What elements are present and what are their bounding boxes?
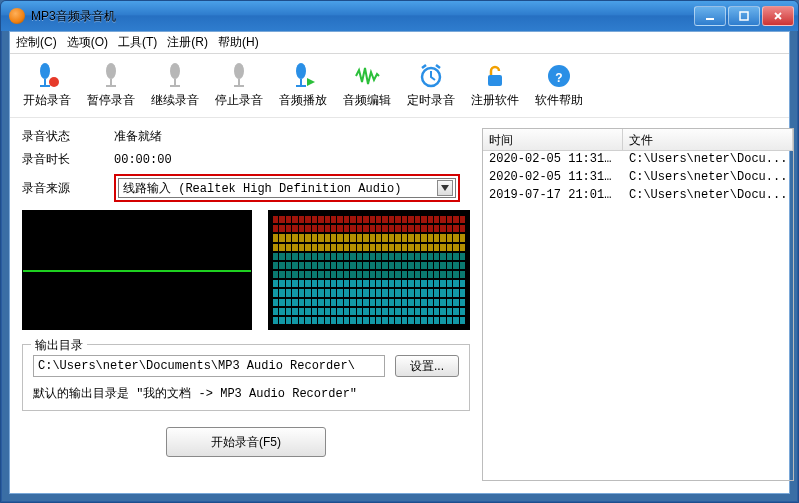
menubar: 控制(C) 选项(O) 工具(T) 注册(R) 帮助(H) [10, 32, 789, 54]
col-time-header[interactable]: 时间 [483, 129, 623, 150]
settings-button[interactable]: 设置... [395, 355, 459, 377]
mic-pause-icon [97, 62, 125, 90]
svg-point-6 [106, 63, 116, 79]
svg-point-9 [170, 63, 180, 79]
output-fieldset: 输出目录 设置... 默认的输出目录是 "我的文档 -> MP3 Audio R… [22, 344, 470, 411]
list-row[interactable]: 2020-02-05 11:31:35C:\Users\neter\Docu..… [483, 151, 793, 169]
register-software-button[interactable]: 注册软件 [464, 58, 526, 114]
list-row[interactable]: 2019-07-17 21:01:46C:\Users\neter\Docu..… [483, 187, 793, 205]
svg-point-5 [49, 77, 59, 87]
schedule-record-button[interactable]: 定时录音 [400, 58, 462, 114]
list-cell-time: 2020-02-05 11:31:35 [483, 151, 623, 169]
unlock-icon [481, 62, 509, 90]
waveform-icon [353, 62, 381, 90]
mic-play-icon [289, 62, 317, 90]
pause-record-label: 暂停录音 [87, 92, 135, 109]
svg-text:?: ? [555, 71, 562, 85]
recordings-list: 时间 文件 2020-02-05 11:31:35C:\Users\neter\… [482, 128, 794, 481]
software-help-button[interactable]: ? 软件帮助 [528, 58, 590, 114]
help-icon: ? [545, 62, 573, 90]
play-audio-button[interactable]: 音频播放 [272, 58, 334, 114]
pause-record-button[interactable]: 暂停录音 [80, 58, 142, 114]
mic-resume-icon [161, 62, 189, 90]
svg-rect-8 [106, 85, 116, 87]
duration-value: 00:00:00 [114, 153, 172, 167]
list-body: 2020-02-05 11:31:35C:\Users\neter\Docu..… [483, 151, 793, 480]
maximize-button[interactable] [728, 6, 760, 26]
mic-record-icon [33, 62, 61, 90]
svg-rect-19 [488, 75, 502, 86]
close-button[interactable] [762, 6, 794, 26]
dropdown-arrow-icon [437, 180, 453, 196]
svg-rect-11 [170, 85, 180, 87]
spectrum-display [268, 210, 470, 330]
list-cell-file: C:\Users\neter\Docu... [623, 169, 793, 187]
output-legend: 输出目录 [31, 337, 87, 354]
resume-record-label: 继续录音 [151, 92, 199, 109]
svg-rect-1 [740, 12, 748, 20]
titlebar[interactable]: MP3音频录音机 [1, 1, 798, 31]
start-record-button[interactable]: 开始录音 [16, 58, 78, 114]
source-label: 录音来源 [22, 180, 114, 197]
svg-rect-10 [174, 79, 176, 85]
waveform-display [22, 210, 252, 330]
edit-audio-label: 音频编辑 [343, 92, 391, 109]
output-hint: 默认的输出目录是 "我的文档 -> MP3 Audio Recorder" [33, 385, 459, 402]
mic-stop-icon [225, 62, 253, 90]
list-cell-time: 2019-07-17 21:01:46 [483, 187, 623, 205]
svg-rect-4 [40, 85, 50, 87]
edit-audio-button[interactable]: 音频编辑 [336, 58, 398, 114]
stop-record-button[interactable]: 停止录音 [208, 58, 270, 114]
source-highlight: 线路输入 (Realtek High Definition Audio) [114, 174, 460, 202]
client-area: 控制(C) 选项(O) 工具(T) 注册(R) 帮助(H) 开始录音 暂停录音 … [9, 31, 790, 494]
svg-point-12 [234, 63, 244, 79]
menu-options[interactable]: 选项(O) [67, 34, 108, 51]
main-start-record-button[interactable]: 开始录音(F5) [166, 427, 326, 457]
svg-rect-13 [238, 79, 240, 85]
svg-rect-3 [44, 79, 46, 85]
source-value: 线路输入 (Realtek High Definition Audio) [123, 180, 401, 197]
software-help-label: 软件帮助 [535, 92, 583, 109]
menu-control[interactable]: 控制(C) [16, 34, 57, 51]
app-window: MP3音频录音机 控制(C) 选项(O) 工具(T) 注册(R) 帮助(H) 开… [0, 0, 799, 503]
visualizers [22, 210, 470, 330]
play-audio-label: 音频播放 [279, 92, 327, 109]
col-file-header[interactable]: 文件 [623, 129, 793, 150]
register-software-label: 注册软件 [471, 92, 519, 109]
source-select[interactable]: 线路输入 (Realtek High Definition Audio) [118, 178, 456, 198]
list-header: 时间 文件 [483, 129, 793, 151]
svg-rect-7 [110, 79, 112, 85]
state-label: 录音状态 [22, 128, 114, 145]
resume-record-button[interactable]: 继续录音 [144, 58, 206, 114]
duration-label: 录音时长 [22, 151, 114, 168]
state-value: 准备就绪 [114, 128, 162, 145]
alarm-clock-icon [417, 62, 445, 90]
svg-rect-0 [706, 18, 714, 20]
stop-record-label: 停止录音 [215, 92, 263, 109]
list-cell-file: C:\Users\neter\Docu... [623, 151, 793, 169]
list-cell-file: C:\Users\neter\Docu... [623, 187, 793, 205]
window-title: MP3音频录音机 [31, 8, 116, 25]
output-path-input[interactable] [33, 355, 385, 377]
menu-tools[interactable]: 工具(T) [118, 34, 157, 51]
svg-rect-16 [300, 79, 302, 85]
schedule-record-label: 定时录音 [407, 92, 455, 109]
list-row[interactable]: 2020-02-05 11:31:31C:\Users\neter\Docu..… [483, 169, 793, 187]
start-record-label: 开始录音 [23, 92, 71, 109]
menu-register[interactable]: 注册(R) [167, 34, 208, 51]
menu-help[interactable]: 帮助(H) [218, 34, 259, 51]
svg-rect-17 [296, 85, 306, 87]
left-pane: 录音状态 准备就绪 录音时长 00:00:00 录音来源 线路输入 (Realt… [22, 128, 470, 481]
svg-point-2 [40, 63, 50, 79]
app-icon [9, 8, 25, 24]
svg-rect-14 [234, 85, 244, 87]
svg-point-15 [296, 63, 306, 79]
toolbar: 开始录音 暂停录音 继续录音 停止录音 音频播放 音频编辑 [10, 54, 789, 118]
content-area: 录音状态 准备就绪 录音时长 00:00:00 录音来源 线路输入 (Realt… [10, 118, 789, 493]
minimize-button[interactable] [694, 6, 726, 26]
list-cell-time: 2020-02-05 11:31:31 [483, 169, 623, 187]
